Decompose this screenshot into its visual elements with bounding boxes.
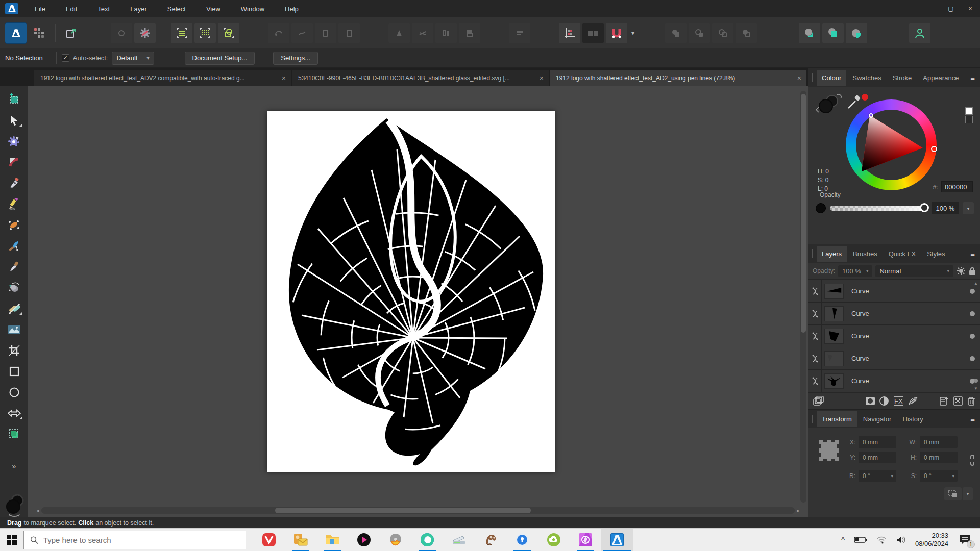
document-tab-1[interactable]: 1912 logo with shattered effect_test_ADV… bbox=[34, 70, 291, 86]
export-persona-button[interactable] bbox=[61, 23, 82, 43]
more-tools-button[interactable]: » bbox=[12, 462, 16, 470]
insert-behind-button[interactable] bbox=[799, 23, 820, 43]
snapping-options-chevron[interactable]: ▾ bbox=[628, 23, 638, 43]
tray-expand-chevron[interactable]: ^ bbox=[841, 536, 845, 544]
opacity-slider-handle[interactable] bbox=[920, 203, 929, 212]
scroll-left-arrow[interactable]: ◄ bbox=[34, 508, 41, 513]
tab-stroke[interactable]: Stroke bbox=[888, 70, 917, 86]
scrollbar-thumb[interactable] bbox=[275, 508, 531, 513]
menu-text[interactable]: Text bbox=[88, 2, 119, 16]
tab-swatches[interactable]: Swatches bbox=[847, 70, 886, 86]
colour-triangle[interactable] bbox=[855, 111, 927, 179]
menu-window[interactable]: Window bbox=[232, 2, 274, 16]
taskbar-gimp[interactable] bbox=[475, 529, 506, 551]
adjustment-layer-icon[interactable] bbox=[879, 396, 889, 406]
shape-tool[interactable] bbox=[6, 407, 23, 420]
taskbar-scanner[interactable] bbox=[443, 529, 475, 551]
snap-grid-button[interactable] bbox=[171, 23, 192, 43]
layer-name[interactable]: Curve bbox=[846, 303, 965, 324]
anchor-point-selector[interactable] bbox=[818, 439, 840, 462]
tab-close-icon[interactable]: × bbox=[540, 74, 544, 82]
taskbar-vivaldi[interactable] bbox=[253, 529, 285, 551]
layers-opacity-dropdown[interactable]: 100 % ▾ bbox=[838, 265, 872, 277]
auto-select-checkbox[interactable]: ✓ bbox=[62, 54, 69, 62]
tab-quick-fx[interactable]: Quick FX bbox=[884, 246, 921, 262]
settings-button[interactable]: Settings... bbox=[273, 52, 318, 65]
tab-transform[interactable]: Transform bbox=[817, 411, 857, 427]
taskbar-disc-burner[interactable] bbox=[380, 529, 411, 551]
pencil-tool[interactable] bbox=[6, 197, 23, 211]
fill-stroke-selector-icon[interactable] bbox=[815, 93, 845, 118]
layer-name[interactable]: Curve bbox=[846, 370, 965, 392]
scrollbar-thumb[interactable] bbox=[801, 94, 806, 333]
scroll-right-arrow[interactable]: ► bbox=[795, 508, 802, 513]
tab-styles[interactable]: Styles bbox=[922, 246, 950, 262]
minimize-button[interactable]: — bbox=[922, 0, 941, 17]
taskbar-file-explorer[interactable] bbox=[316, 529, 348, 551]
designer-persona-button[interactable] bbox=[5, 23, 27, 43]
lock-icon[interactable] bbox=[969, 267, 976, 276]
canvas-vertical-scrollbar[interactable] bbox=[800, 91, 806, 503]
vector-crop-tool[interactable] bbox=[6, 428, 23, 441]
contour-tool[interactable] bbox=[6, 156, 23, 169]
menu-edit[interactable]: Edit bbox=[57, 2, 86, 16]
artboard-tool[interactable] bbox=[6, 93, 23, 106]
canvas-horizontal-scrollbar[interactable]: ◄ ► bbox=[34, 507, 802, 514]
document-tab-3-active[interactable]: 1912 logo with shattered effect_test_AD2… bbox=[550, 70, 806, 86]
fill-stroke-swatch[interactable] bbox=[4, 493, 24, 514]
panel-menu-icon[interactable]: ≡ bbox=[970, 415, 975, 423]
action-center-button[interactable]: 1 bbox=[958, 532, 973, 547]
add-layer-icon[interactable] bbox=[939, 396, 949, 406]
layer-thumbnail[interactable] bbox=[822, 370, 846, 392]
opacity-slider[interactable] bbox=[830, 206, 928, 211]
taskbar-password-manager[interactable] bbox=[506, 529, 538, 551]
canvas-viewport[interactable]: ◄ ► bbox=[28, 86, 808, 517]
start-button[interactable] bbox=[0, 529, 23, 551]
layer-effects-fx-icon[interactable]: FX bbox=[893, 396, 904, 406]
taskbar-search[interactable] bbox=[23, 531, 246, 549]
transform-origin-button[interactable] bbox=[559, 23, 580, 43]
point-transform-tool[interactable] bbox=[6, 218, 23, 232]
clock[interactable]: 20:33 08/06/2024 bbox=[915, 532, 948, 548]
layer-name[interactable]: Curve bbox=[846, 280, 965, 302]
snap-pixel-button[interactable] bbox=[194, 23, 216, 43]
layer-thumbnail[interactable] bbox=[822, 325, 846, 347]
taskbar-cloud-app[interactable] bbox=[538, 529, 570, 551]
colour-picker-eyedropper-icon[interactable] bbox=[845, 94, 863, 111]
snapping-magnet-button[interactable] bbox=[606, 23, 627, 43]
snap-shape-button[interactable] bbox=[218, 23, 239, 43]
ellipse-tool[interactable] bbox=[6, 386, 23, 399]
artboard-page[interactable] bbox=[267, 111, 555, 472]
menu-layer[interactable]: Layer bbox=[121, 2, 156, 16]
auto-select-dropdown[interactable]: Default ▾ bbox=[112, 52, 154, 65]
h-input[interactable]: 0 mm bbox=[920, 452, 958, 463]
pixel-persona-button[interactable] bbox=[29, 23, 50, 43]
layer-thumbnail[interactable] bbox=[822, 347, 846, 369]
panel-menu-icon[interactable]: ≡ bbox=[970, 73, 975, 82]
transform-mode-button[interactable] bbox=[944, 487, 962, 500]
hex-input[interactable] bbox=[941, 181, 973, 192]
scroll-up-arrow[interactable]: ▲ bbox=[974, 281, 978, 286]
tab-close-icon[interactable]: × bbox=[282, 74, 286, 82]
fill-gradient-tool[interactable] bbox=[6, 302, 23, 315]
mesh-warp-icon[interactable] bbox=[908, 396, 919, 406]
layers-scrollbar[interactable]: ▲ ▼ bbox=[973, 280, 979, 392]
layer-row[interactable]: Curve bbox=[808, 370, 980, 392]
taskbar-edge[interactable] bbox=[411, 529, 443, 551]
link-dimensions-icon[interactable] bbox=[969, 455, 976, 466]
blend-mode-dropdown[interactable]: Normal ▾ bbox=[875, 265, 953, 277]
scroll-down-arrow[interactable]: ▼ bbox=[974, 386, 978, 391]
close-button[interactable]: × bbox=[961, 0, 980, 17]
transform-mode-chevron[interactable]: ▾ bbox=[963, 487, 973, 500]
menu-view[interactable]: View bbox=[197, 2, 230, 16]
insert-inside-button[interactable] bbox=[822, 23, 844, 43]
account-button[interactable] bbox=[909, 23, 930, 43]
layer-name[interactable]: Curve bbox=[846, 325, 965, 347]
layer-row[interactable]: Curve bbox=[808, 325, 980, 347]
menu-file[interactable]: File bbox=[26, 2, 55, 16]
tab-history[interactable]: History bbox=[897, 411, 928, 427]
taskbar-affinity-photo[interactable] bbox=[570, 529, 601, 551]
knife-tool[interactable] bbox=[6, 260, 23, 273]
volume-icon[interactable] bbox=[896, 536, 906, 544]
tab-brushes[interactable]: Brushes bbox=[848, 246, 883, 262]
